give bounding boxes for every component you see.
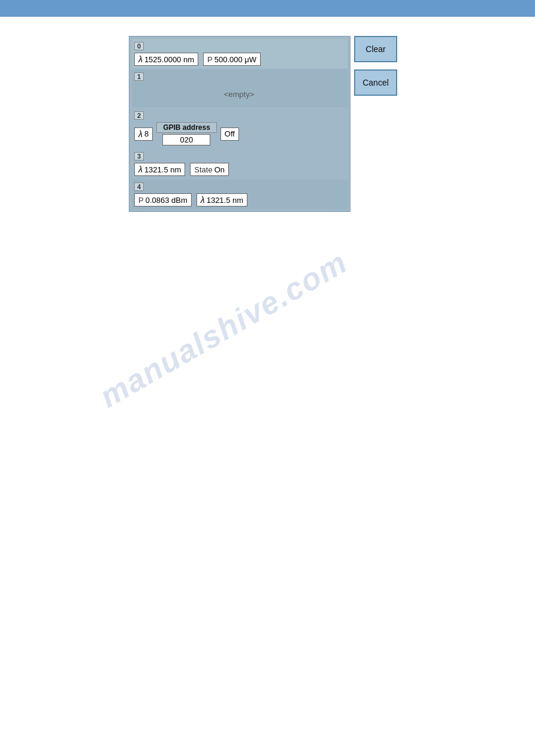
slots-panel: 0 λ 1525.0000 nm P 500.000 μW 1 <empty> … bbox=[129, 36, 350, 212]
watermark: manualshive.com bbox=[93, 244, 353, 414]
slot-4-power-field[interactable]: P 0.0863 dBm bbox=[134, 193, 192, 207]
slot-2-lambda-field[interactable]: λ 8 bbox=[134, 127, 153, 141]
top-bar bbox=[0, 0, 535, 17]
lambda-icon-2: λ bbox=[138, 129, 143, 139]
slot-0-lambda-field[interactable]: λ 1525.0000 nm bbox=[134, 53, 198, 66]
clear-button[interactable]: Clear bbox=[354, 36, 397, 62]
slot-row-4: 4 P 0.0863 dBm λ 1321.5 nm bbox=[132, 180, 347, 209]
slot-2-fields: λ 8 GPIB address 020 Off bbox=[134, 122, 344, 145]
slot-number-1: 1 bbox=[134, 72, 144, 81]
cancel-button[interactable]: Cancel bbox=[354, 69, 397, 96]
slot-row-2: 2 λ 8 GPIB address 020 Off bbox=[132, 108, 347, 148]
slot-number-2: 2 bbox=[134, 111, 144, 120]
slot-3-lambda-value: 1321.5 nm bbox=[144, 165, 181, 174]
slot-row-3: 3 λ 1321.5 nm State On bbox=[132, 149, 347, 178]
slot-0-power-label: P bbox=[207, 55, 213, 64]
slot-4-fields: P 0.0863 dBm λ 1321.5 nm bbox=[134, 193, 344, 207]
slot-row-0: 0 λ 1525.0000 nm P 500.000 μW bbox=[132, 39, 347, 68]
slot-number-4: 4 bbox=[134, 183, 144, 191]
slot-1-empty-label: <empty> bbox=[224, 90, 255, 99]
slot-4-power-label: P bbox=[138, 196, 144, 205]
slot-0-lambda-value: 1525.0000 nm bbox=[144, 55, 194, 64]
slot-4-power-value: 0.0863 dBm bbox=[146, 196, 188, 205]
gpib-label: GPIB address bbox=[156, 122, 217, 133]
gpib-popup: GPIB address 020 bbox=[156, 122, 217, 145]
slot-3-state-label: State bbox=[194, 165, 212, 174]
slot-0-fields: λ 1525.0000 nm P 500.000 μW bbox=[134, 53, 344, 66]
lambda-icon-4: λ bbox=[201, 195, 205, 205]
slot-3-state-value: On bbox=[214, 165, 225, 174]
slot-number-3: 3 bbox=[134, 152, 144, 160]
slot-number-0: 0 bbox=[134, 42, 144, 50]
lambda-icon-0: λ bbox=[138, 54, 143, 64]
dialog-wrapper: 0 λ 1525.0000 nm P 500.000 μW 1 <empty> … bbox=[129, 36, 397, 212]
slot-1-empty: <empty> bbox=[134, 83, 344, 105]
buttons-panel: Ok Cancel Clear bbox=[350, 36, 397, 170]
slot-4-lambda-field[interactable]: λ 1321.5 nm bbox=[197, 193, 247, 207]
lambda-icon-3: λ bbox=[138, 165, 143, 174]
slot-2-state-value: Off bbox=[225, 129, 235, 138]
slot-3-lambda-field[interactable]: λ 1321.5 nm bbox=[134, 163, 185, 176]
slot-0-power-field[interactable]: P 500.000 μW bbox=[203, 53, 261, 66]
slot-0-power-value: 500.000 μW bbox=[214, 55, 256, 64]
slot-row-1: 1 <empty> bbox=[132, 69, 347, 107]
slot-2-state-field[interactable]: Off bbox=[220, 127, 239, 141]
slot-2-lambda-value: 8 bbox=[144, 129, 149, 138]
btn-spacer bbox=[354, 98, 397, 170]
slot-3-state-field[interactable]: State On bbox=[190, 163, 229, 176]
slot-3-fields: λ 1321.5 nm State On bbox=[134, 163, 344, 176]
gpib-input[interactable]: 020 bbox=[162, 134, 210, 145]
slot-4-lambda-value: 1321.5 nm bbox=[207, 196, 243, 205]
